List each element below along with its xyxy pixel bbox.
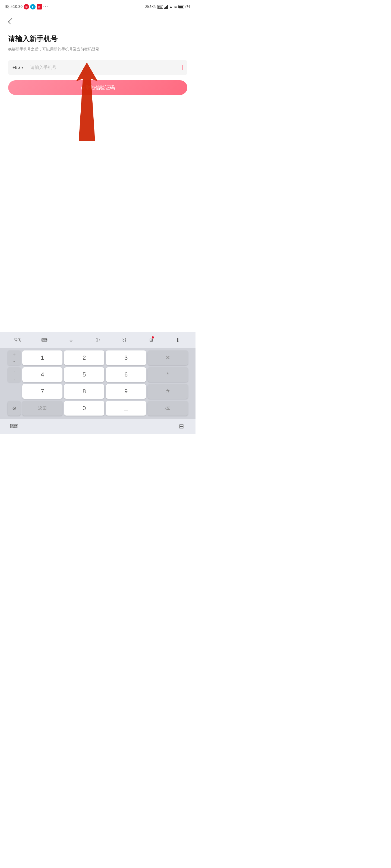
status-right: 29.5K/s HD ▲ ≋ 74 xyxy=(145,5,190,9)
symbol-empty xyxy=(8,384,21,399)
keyboard-bottom-bar: ⌨ ⊟ xyxy=(0,419,196,434)
return-key-label: 返回 xyxy=(38,405,47,411)
dot-key[interactable]: · xyxy=(13,368,15,374)
bracket-icon: 〈|〉 xyxy=(93,338,102,343)
country-code-selector[interactable]: +86 ▼ xyxy=(12,64,27,71)
key-7[interactable]: 7 xyxy=(22,384,62,399)
emoji-icon: ☺ xyxy=(69,338,73,343)
key-6-label: 6 xyxy=(124,371,128,378)
wave-icon: ⌇⌇ xyxy=(122,337,127,343)
asterisk-icon: * xyxy=(166,371,169,378)
toolbar-bracket-btn[interactable]: 〈|〉 xyxy=(92,335,104,345)
symbol-plus-minus-dot-comma[interactable]: + - xyxy=(8,350,21,365)
key-enter[interactable]: ⌫ xyxy=(148,401,188,415)
key-3[interactable]: 3 xyxy=(106,350,146,365)
key-8-label: 8 xyxy=(83,388,86,395)
key-7-label: 7 xyxy=(41,388,44,395)
sms-button-label: 获取短信验证码 xyxy=(81,84,115,91)
clipboard-icon: ⊟ xyxy=(179,423,184,430)
cifi-icon: 词飞 xyxy=(14,338,21,343)
status-bar: 晚上10:30 微 ▶ 陌 ··· 29.5K/s HD ▲ ≋ 74 xyxy=(0,0,196,13)
wifi-icon2: ≋ xyxy=(174,5,177,9)
key-asterisk[interactable]: * xyxy=(148,367,188,382)
phone-input-area[interactable]: +86 ▼ xyxy=(8,60,187,75)
hd-badge: HD xyxy=(157,5,163,9)
network-speed: 29.5K/s xyxy=(145,5,157,9)
more-apps-dots: ··· xyxy=(43,4,48,9)
country-code-value: +86 xyxy=(12,65,20,70)
key-special-symbol[interactable]: ⊗ xyxy=(8,401,21,415)
nav-bar xyxy=(0,13,196,29)
key-3-label: 3 xyxy=(124,354,128,361)
key-row-3: 7 8 9 # xyxy=(2,384,194,399)
toolbar-hide-btn[interactable]: ⬇ xyxy=(172,335,184,345)
key-5-label: 5 xyxy=(83,371,86,378)
hash-icon: # xyxy=(166,388,169,395)
bilibili-icon: ▶ xyxy=(30,4,35,9)
special-symbol-icon: ⊗ xyxy=(12,405,16,411)
key-1-label: 1 xyxy=(41,354,44,361)
key-1[interactable]: 1 xyxy=(22,350,62,365)
toolbar-keyboard-btn[interactable]: ⌨ xyxy=(38,335,50,345)
key-row-4: ⊗ 返回 0 ＿ ⌫ xyxy=(2,401,194,415)
key-0-label: 0 xyxy=(83,405,86,412)
comma-key[interactable]: , xyxy=(13,375,15,381)
input-cursor xyxy=(183,65,183,70)
key-2-label: 2 xyxy=(83,354,86,361)
keyboard-layout-icon: ⌨ xyxy=(41,337,48,343)
keyboard-keys: + - 1 2 3 ✕ · , 4 xyxy=(0,348,196,419)
toolbar-emoji-btn[interactable]: ☺ xyxy=(65,335,77,345)
battery-icon xyxy=(178,5,186,8)
back-button[interactable] xyxy=(5,16,15,26)
wifi-icon: ▲ xyxy=(169,5,173,9)
signal-icon xyxy=(164,5,168,9)
minus-key[interactable]: - xyxy=(13,358,15,364)
status-time: 晚上10:30 xyxy=(5,4,23,9)
battery-percent: 74 xyxy=(187,5,190,9)
key-9-label: 9 xyxy=(124,388,128,395)
toolbar-cifi-btn[interactable]: 词飞 xyxy=(12,335,23,345)
space-icon: ＿ xyxy=(123,405,129,412)
keyboard: 词飞 ⌨ ☺ 〈|〉 ⌇⌇ ⊞ ⬇ + - xyxy=(0,332,196,434)
country-code-arrow-icon: ▼ xyxy=(21,66,24,69)
weibo-icon: 微 xyxy=(24,4,29,9)
keyboard-toolbar: 词飞 ⌨ ☺ 〈|〉 ⌇⌇ ⊞ ⬇ xyxy=(0,332,196,348)
status-left: 晚上10:30 微 ▶ 陌 ··· xyxy=(5,4,48,9)
key-5[interactable]: 5 xyxy=(64,367,104,382)
enter-icon: ⌫ xyxy=(165,406,170,410)
phone-number-input[interactable] xyxy=(27,65,182,70)
key-6[interactable]: 6 xyxy=(106,367,146,382)
keyboard-switch-button[interactable]: ⌨ xyxy=(8,422,20,431)
get-sms-code-button[interactable]: 获取短信验证码 xyxy=(8,80,187,95)
keyboard-switch-icon: ⌨ xyxy=(10,423,19,430)
key-space[interactable]: ＿ xyxy=(106,401,146,415)
key-row-1: + - 1 2 3 ✕ xyxy=(2,350,194,365)
key-8[interactable]: 8 xyxy=(64,384,104,399)
key-return[interactable]: 返回 xyxy=(22,401,62,415)
back-arrow-icon xyxy=(8,18,15,24)
momo-icon: 陌 xyxy=(37,4,42,9)
main-content: 请输入新手机号 换绑新手机号之后，可以用新的手机号及当前密码登录 +86 ▼ 获… xyxy=(0,29,196,100)
hide-keyboard-icon: ⬇ xyxy=(175,337,180,343)
clipboard-button[interactable]: ⊟ xyxy=(175,422,187,431)
toolbar-apps-btn[interactable]: ⊞ xyxy=(145,335,157,345)
plus-key[interactable]: + xyxy=(12,351,16,358)
key-hash[interactable]: # xyxy=(148,384,188,399)
key-4-label: 4 xyxy=(41,371,44,378)
apps-icon: ⊞ xyxy=(149,337,153,343)
key-2[interactable]: 2 xyxy=(64,350,104,365)
delete-icon: ✕ xyxy=(165,354,170,361)
symbol-dot-comma[interactable]: · , xyxy=(8,367,21,382)
key-4[interactable]: 4 xyxy=(22,367,62,382)
key-row-2: · , 4 5 6 * xyxy=(2,367,194,382)
key-9[interactable]: 9 xyxy=(106,384,146,399)
key-0[interactable]: 0 xyxy=(64,401,104,415)
toolbar-arrows-btn[interactable]: ⌇⌇ xyxy=(119,335,130,345)
key-delete[interactable]: ✕ xyxy=(148,350,188,365)
page-title: 请输入新手机号 xyxy=(8,34,187,44)
page-subtitle: 换绑新手机号之后，可以用新的手机号及当前密码登录 xyxy=(8,46,187,52)
